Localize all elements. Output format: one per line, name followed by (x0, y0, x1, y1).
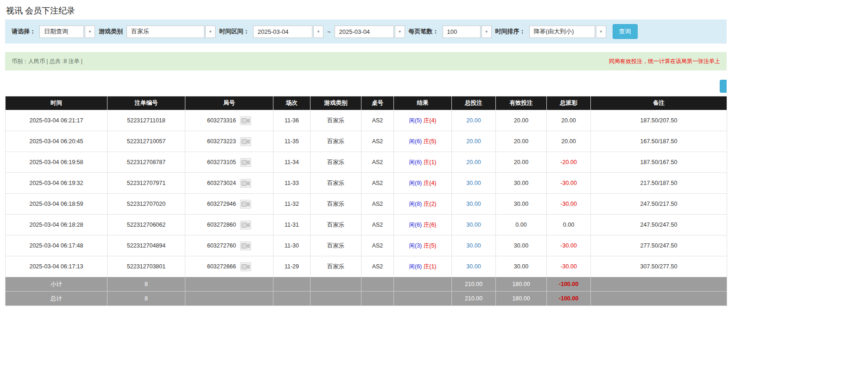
chevron-down-icon[interactable]: ▼ (596, 25, 606, 38)
chevron-down-icon[interactable]: ▼ (482, 25, 492, 38)
cell-result: 闲(9) 庄(4) (394, 173, 452, 194)
cell-session: 11-36 (273, 110, 310, 131)
subtotal-payout: -100.00 (559, 281, 578, 287)
video-icon[interactable] (240, 116, 251, 125)
cell-valid-bet: 0.00 (496, 215, 547, 235)
cell-table-no: AS2 (361, 131, 394, 152)
game-type-dropdown[interactable]: 百家乐 ▼ (127, 25, 215, 38)
cell-bet-id: 522312711018 (108, 110, 185, 131)
cell-valid-bet: 20.00 (496, 110, 547, 131)
cell-remark: 187.50/207.50 (591, 110, 727, 131)
date-from-value[interactable]: 2025-03-04 (253, 25, 312, 38)
chevron-down-icon[interactable]: ▼ (205, 25, 215, 38)
subtotal-count: 8 (108, 277, 185, 292)
cell-remark: 167.50/187.50 (591, 131, 727, 152)
cell-time: 2025-03-04 06:18:59 (6, 194, 108, 215)
col-header-session: 场次 (273, 96, 310, 110)
cell-remark: 187.50/167.50 (591, 152, 727, 173)
cell-session: 11-29 (273, 256, 310, 277)
subtotal-row: 小计 8 210.00 180.00 -100.00 (6, 277, 727, 292)
video-icon[interactable] (240, 179, 251, 188)
cell-table-no: AS2 (361, 215, 394, 235)
total-bet-link[interactable]: 30.00 (466, 242, 481, 249)
time-range-label: 时间区间： (219, 27, 249, 36)
cell-round-id: 603273223 (185, 131, 273, 152)
total-label: 总计 (6, 292, 108, 306)
clipped-action-button[interactable] (720, 80, 727, 93)
cell-time: 2025-03-04 06:19:32 (6, 173, 108, 194)
video-icon[interactable] (240, 158, 251, 167)
search-button[interactable]: 查询 (613, 24, 638, 39)
total-bet-link[interactable]: 20.00 (466, 159, 481, 165)
result-banker: 庄(4) (424, 180, 437, 186)
cell-total-bet: 30.00 (452, 235, 496, 256)
cell-table-no: AS2 (361, 256, 394, 277)
total-count: 8 (108, 292, 185, 306)
col-header-time: 时间 (6, 96, 108, 110)
cell-round-id: 603272946 (185, 194, 273, 215)
cell-session: 11-34 (273, 152, 310, 173)
cell-bet-id: 522312704894 (108, 235, 185, 256)
round-id-text: 603272760 (207, 242, 236, 249)
page-size-value[interactable]: 100 (443, 25, 481, 38)
total-bet-link[interactable]: 30.00 (466, 263, 481, 270)
total-valid-bet: 180.00 (496, 292, 547, 306)
total-bet-link[interactable]: 30.00 (466, 180, 481, 186)
cell-game-type: 百家乐 (310, 194, 361, 215)
game-type-label: 游戏类别 (99, 27, 123, 36)
result-banker: 庄(1) (424, 159, 437, 165)
cell-bet-id: 522312706062 (108, 215, 185, 235)
col-header-valid-bet: 有效投注 (496, 96, 547, 110)
video-icon[interactable] (240, 200, 251, 209)
table-row: 2025-03-04 06:21:17522312711018603273316… (6, 110, 727, 131)
cell-table-no: AS2 (361, 173, 394, 194)
cell-time: 2025-03-04 06:21:17 (6, 110, 108, 131)
table-row: 2025-03-04 06:19:32522312707971603273024… (6, 173, 727, 194)
time-sort-value[interactable]: 降幂(由大到小) (529, 25, 595, 38)
query-type-value[interactable]: 日期查询 (39, 25, 84, 38)
cell-table-no: AS2 (361, 235, 394, 256)
subtotal-label: 小计 (6, 277, 108, 292)
total-bet-link[interactable]: 20.00 (466, 117, 481, 124)
result-player: 闲(6) (409, 138, 422, 145)
subtotal-total-bet: 210.00 (452, 277, 496, 292)
cell-round-id: 603273105 (185, 152, 273, 173)
total-bet-link[interactable]: 20.00 (466, 138, 481, 145)
cell-remark: 307.50/277.50 (591, 256, 727, 277)
col-header-payout: 总派彩 (547, 96, 591, 110)
page-size-dropdown[interactable]: 100 ▼ (443, 25, 492, 38)
time-sort-dropdown[interactable]: 降幂(由大到小) ▼ (529, 25, 606, 38)
cell-round-id: 603272666 (185, 256, 273, 277)
result-player: 闲(8) (409, 201, 422, 207)
chevron-down-icon[interactable]: ▼ (85, 25, 95, 38)
page-title: 视讯 会员下注纪录 (5, 0, 727, 19)
cell-result: 闲(6) 庄(1) (394, 256, 452, 277)
cell-time: 2025-03-04 06:17:48 (6, 235, 108, 256)
total-bet-link[interactable]: 30.00 (466, 222, 481, 228)
date-to-dropdown[interactable]: 2025-03-04 ▼ (335, 25, 405, 38)
chevron-down-icon[interactable]: ▼ (395, 25, 405, 38)
query-type-dropdown[interactable]: 日期查询 ▼ (39, 25, 95, 38)
notice-text: 同局有效投注，统一计算在该局第一张注单上 (609, 57, 720, 65)
cell-round-id: 603273024 (185, 173, 273, 194)
table-row: 2025-03-04 06:17:48522312704894603272760… (6, 235, 727, 256)
game-type-value[interactable]: 百家乐 (127, 25, 204, 38)
cell-time: 2025-03-04 06:20:45 (6, 131, 108, 152)
chevron-down-icon[interactable]: ▼ (313, 25, 323, 38)
cell-table-no: AS2 (361, 110, 394, 131)
round-id-text: 603272946 (207, 201, 236, 207)
result-banker: 庄(2) (424, 201, 437, 207)
date-to-value[interactable]: 2025-03-04 (335, 25, 394, 38)
video-icon[interactable] (240, 242, 251, 250)
cell-game-type: 百家乐 (310, 256, 361, 277)
table-header: 时间 注单编号 局号 场次 游戏类别 桌号 结果 总投注 有效投注 总派彩 备注 (6, 96, 727, 110)
table-row: 2025-03-04 06:19:58522312708787603273105… (6, 152, 727, 173)
result-player: 闲(6) (409, 263, 422, 270)
video-icon[interactable] (240, 262, 251, 271)
total-bet-link[interactable]: 30.00 (466, 201, 481, 207)
date-from-dropdown[interactable]: 2025-03-04 ▼ (253, 25, 323, 38)
cell-total-bet: 20.00 (452, 131, 496, 152)
video-icon[interactable] (240, 137, 251, 146)
cell-total-bet: 30.00 (452, 173, 496, 194)
video-icon[interactable] (240, 221, 251, 229)
